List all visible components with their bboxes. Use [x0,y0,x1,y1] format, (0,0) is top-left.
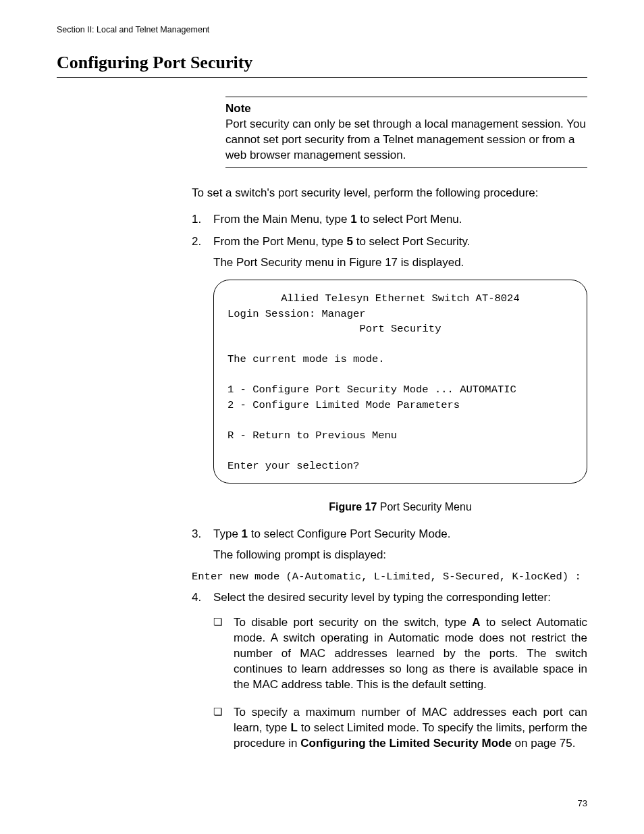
terminal-option-2: 2 - Configure Limited Mode Parameters [227,399,460,411]
note-block: Note Port security can only be set throu… [225,97,587,168]
step-1-text-c: to select Port Menu. [357,213,462,226]
bullet-1-key: A [472,616,480,629]
bullet-limited: To specify a maximum number of MAC addre… [213,705,587,752]
terminal-option-r: R - Return to Previous Menu [227,429,397,442]
terminal-status: The current mode is mode. [227,353,385,365]
figure-caption-text: Port Security Menu [377,501,472,513]
step-2-text-a: From the Port Menu, type [213,235,346,248]
step-3-continue: The following prompt is displayed: [213,548,587,563]
terminal-title: Allied Telesyn Ethernet Switch AT-8024 [227,291,573,306]
code-prompt: Enter new mode (A-Automatic, L-Limited, … [192,570,587,584]
step-1: From the Main Menu, type 1 to select Por… [192,212,587,228]
step-3-text-c: to select Configure Port Security Mode. [248,527,450,540]
step-1-key: 1 [350,213,356,226]
step-2-continue: The Port Security menu in Figure 17 is d… [213,255,587,271]
terminal-option-1: 1 - Configure Port Security Mode ... AUT… [227,384,516,396]
step-3-key: 1 [242,527,248,540]
step-4: Select the desired security level by typ… [192,590,587,751]
bullet-2-e: on page 75. [512,737,576,750]
bullet-automatic: To disable port security on the switch, … [213,615,587,693]
intro-paragraph: To set a switch's port security level, p… [192,186,587,201]
step-2-text-c: to select Port Security. [353,235,471,248]
step-3-text-a: Type [213,527,242,540]
figure-caption: Figure 17 Port Security Menu [213,500,587,515]
terminal-subtitle: Port Security [227,321,573,336]
bullet-2-key: L [290,721,297,734]
step-4-text: Select the desired security level by typ… [213,591,551,604]
figure-label: Figure 17 [329,501,377,513]
step-2-key: 5 [346,235,352,248]
running-header: Section II: Local and Telnet Management [57,24,587,36]
terminal-login: Login Session: Manager [227,308,366,320]
step-2: From the Port Menu, type 5 to select Por… [192,234,587,515]
step-1-text-a: From the Main Menu, type [213,213,350,226]
terminal-screen: Allied Telesyn Ethernet Switch AT-8024Lo… [213,280,587,484]
note-heading: Note [225,101,587,117]
step-3: Type 1 to select Configure Port Security… [192,527,587,563]
section-title: Configuring Port Security [57,51,587,78]
terminal-prompt: Enter your selection? [227,460,359,472]
note-body: Port security can only be set through a … [225,117,587,168]
bullet-1-a: To disable port security on the switch, … [234,616,472,629]
bullet-2-xref: Configuring the Limited Security Mode [300,737,512,750]
page-number: 73 [578,798,587,810]
